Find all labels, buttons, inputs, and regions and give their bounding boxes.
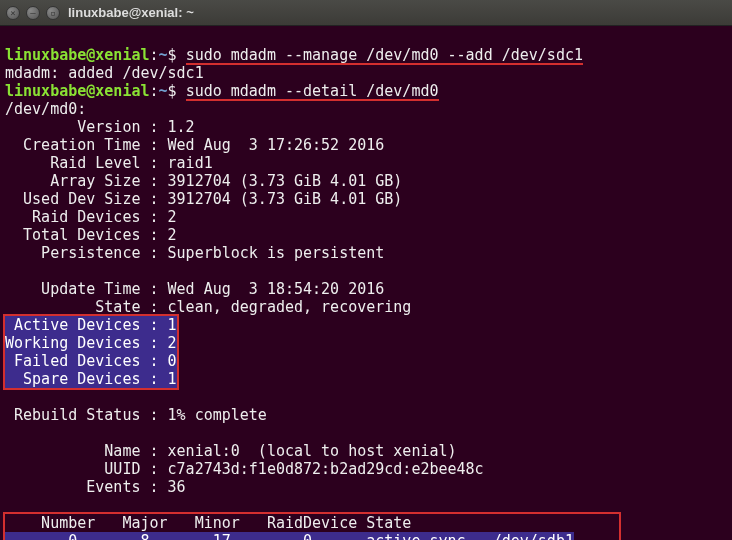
detail-persistence: Persistence : Superblock is persistent: [5, 244, 384, 262]
detail-used-dev-size: Used Dev Size : 3912704 (3.73 GiB 4.01 G…: [5, 190, 402, 208]
detail-dev: /dev/md0:: [5, 100, 86, 118]
window-controls: × – ▫: [6, 6, 60, 20]
device-table-header: Number Major Minor RaidDevice State: [5, 514, 411, 532]
detail-update-time: Update Time : Wed Aug 3 18:54:20 2016: [5, 280, 384, 298]
detail-raid-devices: Raid Devices : 2: [5, 208, 177, 226]
detail-name: Name : xenial:0 (local to host xenial): [5, 442, 457, 460]
command-1: sudo mdadm --manage /dev/md0 --add /dev/…: [186, 46, 583, 65]
detail-array-size: Array Size : 3912704 (3.73 GiB 4.01 GB): [5, 172, 402, 190]
detail-total-devices: Total Devices : 2: [5, 226, 177, 244]
window-title: linuxbabe@xenial: ~: [68, 5, 194, 20]
prompt-user-host: linuxbabe@xenial: [5, 82, 150, 100]
prompt-colon: :: [150, 82, 159, 100]
output-added: mdadm: added /dev/sdc1: [5, 64, 204, 82]
terminal[interactable]: linuxbabe@xenial:~$ sudo mdadm --manage …: [0, 26, 732, 540]
detail-creation: Creation Time : Wed Aug 3 17:26:52 2016: [5, 136, 384, 154]
prompt-sigil: $: [168, 46, 186, 64]
prompt: linuxbabe@xenial:~$: [5, 46, 186, 64]
prompt-sigil: $: [168, 82, 186, 100]
prompt-colon: :: [150, 46, 159, 64]
prompt-path: ~: [159, 82, 168, 100]
detail-raid-level: Raid Level : raid1: [5, 154, 213, 172]
detail-version: Version : 1.2: [5, 118, 195, 136]
detail-spare-devices: Spare Devices : 1: [5, 370, 177, 388]
device-table-row: 0 8 17 0 active sync /dev/sdb1: [5, 532, 574, 540]
device-counts-box: Active Devices : 1 Working Devices : 2 F…: [5, 316, 177, 388]
prompt-user-host: linuxbabe@xenial: [5, 46, 150, 64]
detail-state: State : clean, degraded, recovering: [5, 298, 411, 316]
detail-uuid: UUID : c7a2743d:f1e0d872:b2ad29cd:e2bee4…: [5, 460, 484, 478]
detail-rebuild-status: Rebuild Status : 1% complete: [5, 406, 267, 424]
titlebar: × – ▫ linuxbabe@xenial: ~: [0, 0, 732, 26]
detail-events: Events : 36: [5, 478, 186, 496]
close-button[interactable]: ×: [6, 6, 20, 20]
detail-working-devices: Working Devices : 2: [5, 334, 177, 352]
command-2: sudo mdadm --detail /dev/md0: [186, 82, 439, 101]
prompt: linuxbabe@xenial:~$: [5, 82, 186, 100]
detail-active-devices: Active Devices : 1: [5, 316, 177, 334]
prompt-path: ~: [159, 46, 168, 64]
minimize-button[interactable]: –: [26, 6, 40, 20]
device-table-box: Number Major Minor RaidDevice State 0 8 …: [5, 514, 619, 540]
maximize-button[interactable]: ▫: [46, 6, 60, 20]
detail-failed-devices: Failed Devices : 0: [5, 352, 177, 370]
